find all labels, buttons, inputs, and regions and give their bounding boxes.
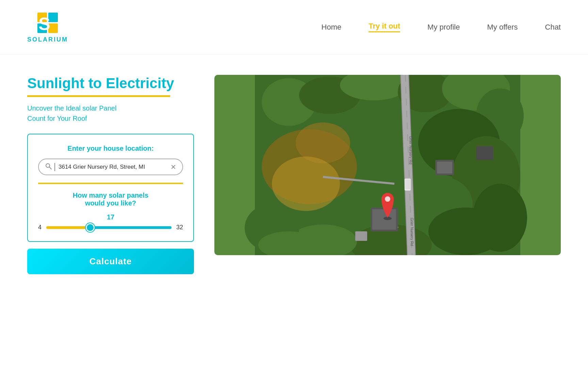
slider-row: 4 32 — [38, 224, 183, 231]
subtitle: Uncover the Ideal solar Panel Count for … — [27, 103, 194, 123]
nav-home[interactable]: Home — [322, 23, 342, 32]
slider-thumb[interactable] — [86, 223, 95, 232]
search-icon — [45, 163, 52, 171]
slider-track[interactable] — [46, 226, 172, 229]
form-separator — [38, 183, 183, 184]
calculate-button[interactable]: Calculate — [27, 249, 194, 274]
main-nav: Home Try it out My profile My offers Cha… — [322, 22, 561, 32]
clear-button[interactable]: ✕ — [170, 163, 176, 171]
slider-section: 17 4 32 — [38, 213, 183, 231]
search-input[interactable] — [59, 164, 168, 170]
search-divider — [54, 163, 55, 171]
logo-text: SOLARIUM — [27, 36, 68, 43]
svg-point-16 — [272, 156, 340, 211]
svg-rect-35 — [405, 179, 410, 189]
logo-link[interactable]: S SOLARIUM — [27, 11, 68, 43]
svg-rect-31 — [437, 162, 452, 174]
main-content: Sunlight to Electricity Uncover the Idea… — [0, 54, 588, 295]
site-header: S SOLARIUM Home Try it out My profile My… — [0, 0, 588, 54]
nav-my-offers[interactable]: My offers — [487, 23, 518, 32]
location-label: Enter your house location: — [38, 145, 183, 152]
svg-rect-32 — [476, 146, 493, 160]
nav-try-it-out[interactable]: Try it out — [369, 22, 400, 32]
svg-point-21 — [428, 208, 503, 255]
nav-chat[interactable]: Chat — [545, 23, 561, 32]
slider-min: 4 — [38, 224, 42, 231]
title-divider — [27, 95, 170, 97]
map-area: Grier Nursery Rd Grier Nursery Rd — [214, 75, 561, 255]
form-card: Enter your house location: ✕ How many so… — [27, 134, 194, 242]
map-svg: Grier Nursery Rd Grier Nursery Rd — [214, 75, 561, 255]
svg-line-6 — [49, 167, 51, 169]
left-panel: Sunlight to Electricity Uncover the Idea… — [27, 75, 194, 274]
logo-icon: S — [36, 11, 60, 35]
slider-max: 32 — [176, 224, 183, 231]
main-title: Sunlight to Electricity — [27, 75, 194, 92]
svg-rect-33 — [355, 231, 367, 241]
nav-my-profile[interactable]: My profile — [427, 23, 460, 32]
panels-label: How many solar panelswould you like? — [38, 192, 183, 207]
svg-rect-29 — [372, 209, 396, 230]
svg-text:Grier Nursery Rd: Grier Nursery Rd — [409, 136, 413, 164]
svg-text:Grier Nursery Rd: Grier Nursery Rd — [410, 218, 414, 246]
svg-text:S: S — [38, 14, 50, 34]
search-box: ✕ — [38, 159, 183, 175]
slider-value: 17 — [107, 213, 114, 221]
svg-point-37 — [385, 196, 390, 202]
